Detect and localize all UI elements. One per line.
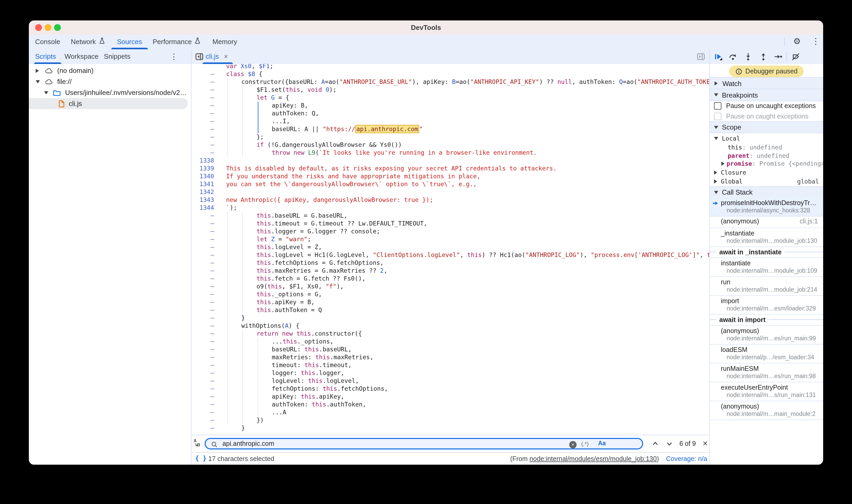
chevron-down-icon[interactable] [44,91,48,94]
call-stack-frame[interactable]: (anonymous)node:internal/m…es/run_main:9… [710,325,823,345]
code-line[interactable]: –} [192,314,709,322]
step-out-icon[interactable] [759,52,767,61]
line-gutter[interactable]: – [192,220,218,228]
close-tab-icon[interactable]: × [224,52,228,60]
code-line[interactable]: 1339This is disabled by default, as it r… [192,165,709,173]
code-line[interactable]: –this._options = G, [192,291,709,299]
resume-script-execution-icon[interactable] [714,52,723,61]
line-gutter[interactable]: – [192,235,218,244]
code-line[interactable]: –timeout: this.timeout, [192,361,709,369]
call-stack-frame[interactable]: importnode:internal/m…esm/loader:329 [710,295,823,315]
line-gutter[interactable]: 1344 [192,204,218,212]
code-line[interactable]: –authToken: this.authToken, [192,401,709,409]
pause-on-uncaught-exceptions-row[interactable]: Pause on uncaught exceptions [710,100,823,111]
code-line[interactable]: –withOptions(A) { [192,322,709,330]
code-editor[interactable]: var Xs0, $F1;–class $8 {–constructor({ba… [192,64,709,435]
line-gutter[interactable]: – [192,361,218,369]
sidebar-tab-workspace[interactable]: Workspace [65,49,99,64]
line-gutter[interactable] [192,64,218,70]
line-gutter[interactable]: – [192,110,218,118]
line-gutter[interactable]: – [192,354,218,361]
step-into-icon[interactable] [744,52,752,61]
code-line[interactable]: –if (!G.dangerouslyAllowBrowser && Ys0()… [192,141,709,149]
code-line[interactable]: –authToken: Q, [192,110,709,118]
line-gutter[interactable]: – [192,401,218,409]
tab-cli-js[interactable]: cli.js × [206,49,228,64]
scope-row[interactable]: parent: undefined [710,151,823,160]
line-gutter[interactable]: – [192,416,218,424]
line-gutter[interactable]: – [192,409,218,416]
line-gutter[interactable]: – [192,125,218,133]
previous-match-icon[interactable] [652,440,659,447]
search-input[interactable] [221,439,642,448]
chevron-down-icon[interactable] [714,137,718,140]
tab-network[interactable]: Network [71,35,105,49]
chevron-right-icon[interactable] [714,170,717,174]
scope-row[interactable]: Closure [710,168,823,177]
line-gutter[interactable]: – [192,385,218,393]
call-stack-frame[interactable]: instantiatenode:internal/m…module_job:10… [710,257,823,277]
clear-search-icon[interactable]: × [569,441,576,448]
close-find-bar-icon[interactable]: ✕ [703,439,708,447]
scope-row[interactable]: Globalglobal [710,177,823,186]
next-match-icon[interactable] [666,440,673,447]
pretty-print-icon[interactable]: { } [195,455,207,462]
code-line[interactable]: 1338 [192,157,709,165]
code-line[interactable]: –...this._options, [192,338,709,346]
code-line[interactable]: –this.baseURL = G.baseURL, [192,212,709,220]
code-line[interactable]: –}; [192,133,709,141]
line-gutter[interactable]: – [192,78,218,86]
call-stack-section-header[interactable]: Call Stack [710,186,823,198]
line-gutter[interactable]: – [192,369,218,377]
code-line[interactable]: –this.logLevel = Hc1(G.logLevel, "Client… [192,251,709,259]
chevron-right-icon[interactable] [714,179,717,183]
code-line[interactable]: –this.timeout = G.timeout ?? Lw.DEFAULT_… [192,220,709,228]
tree-item-users-jinhuilee-nvm-versions-node-v2-[interactable]: Users/jinhuilee/.nvm/versions/node/v2… [29,87,191,98]
line-gutter[interactable]: – [192,94,218,102]
deactivate-breakpoints-icon[interactable] [792,52,800,61]
code-line[interactable]: –maxRetries: this.maxRetries, [192,354,709,361]
line-gutter[interactable]: – [192,149,218,157]
gear-icon[interactable]: ⚙ [793,37,801,46]
match-case-toggle[interactable]: Aa [598,440,606,446]
tab-memory[interactable]: Memory [212,35,237,49]
line-gutter[interactable]: – [192,377,218,385]
line-gutter[interactable]: – [192,86,218,94]
code-line[interactable]: –let G = { [192,94,709,102]
code-line[interactable]: –constructor({baseURL: A=ao("ANTHROPIC_B… [192,78,709,86]
checkbox-unchecked-icon[interactable] [714,102,721,109]
line-gutter[interactable]: – [192,283,218,291]
line-gutter[interactable]: 1343 [192,196,218,204]
code-line[interactable]: –this.logLevel = Z, [192,244,709,251]
code-line[interactable]: –this.authToken = Q [192,306,709,314]
line-gutter[interactable]: – [192,314,218,322]
code-line[interactable]: –} [192,424,709,432]
code-line[interactable]: var Xs0, $F1; [192,64,709,70]
line-gutter[interactable]: – [192,141,218,149]
code-line[interactable]: –this.maxRetries = G.maxRetries ?? 2, [192,267,709,275]
code-line[interactable]: –throw new L9(`It looks like you're runn… [192,149,709,157]
line-gutter[interactable]: – [192,251,218,259]
step-icon[interactable] [774,52,782,61]
chevron-right-icon[interactable] [36,69,39,73]
regex-toggle[interactable]: (.*) [581,440,589,447]
code-line[interactable]: 1341you can set the \`dangerouslyAllowBr… [192,180,709,188]
more-tabs-icon[interactable]: ⋮ [170,52,178,60]
call-stack-frame[interactable]: runnode:internal/m…module_job:214 [710,276,823,296]
call-stack-frame[interactable]: (anonymous)cli.js:1 [710,216,823,228]
source-origin-link[interactable]: node:internal/modules/esm/module_job:130 [530,455,657,462]
breakpoints-section-header[interactable]: Breakpoints [710,89,823,101]
line-gutter[interactable]: 1342 [192,188,218,196]
code-line[interactable]: 1340If you understand the risks and have… [192,173,709,180]
show-debugger-panel-icon[interactable] [697,52,705,61]
tree-item-file-[interactable]: file:// [29,76,191,87]
line-gutter[interactable]: 1340 [192,173,218,180]
line-gutter[interactable]: – [192,275,218,283]
line-gutter[interactable]: – [192,118,218,125]
code-line[interactable]: –return new this.constructor({ [192,330,709,338]
line-gutter[interactable]: – [192,228,218,235]
line-gutter[interactable]: – [192,212,218,220]
replace-toggle-icon[interactable]: A ↳B [194,439,203,448]
code-line[interactable]: –this.fetch = G.fetch ?? Fs0(), [192,275,709,283]
kebab-menu-icon[interactable]: ⋮ [812,37,820,46]
